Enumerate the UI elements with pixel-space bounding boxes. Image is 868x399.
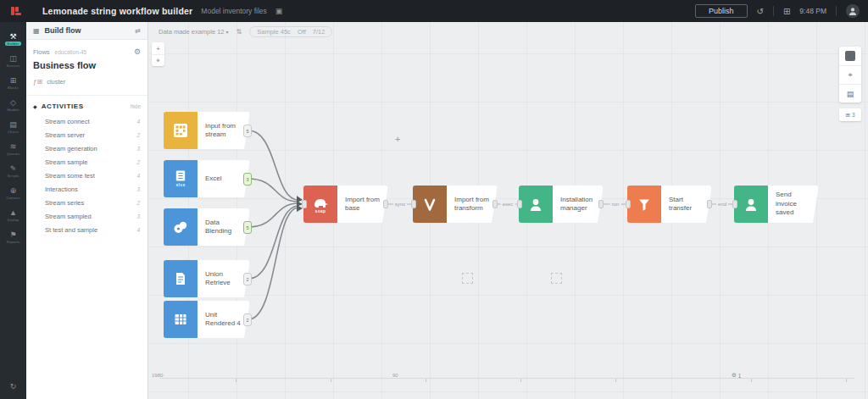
- app-logo-icon[interactable]: [10, 4, 24, 18]
- activity-item[interactable]: Stream server 2: [26, 128, 147, 141]
- blend-icon: [164, 208, 198, 246]
- rail-item-models[interactable]: ◇ Models: [0, 95, 26, 115]
- ruler-tick: [236, 379, 236, 382]
- activities-hide-link[interactable]: hide: [131, 103, 141, 109]
- node-output-port[interactable]: 5: [243, 221, 252, 234]
- ruler-settings-marker[interactable]: ⚙ 1: [732, 372, 741, 379]
- activity-item[interactable]: Stream some test 4: [26, 169, 147, 182]
- copy-link-icon[interactable]: ▣: [275, 7, 283, 15]
- node-input-port[interactable]: [517, 200, 522, 208]
- node-input-from-stream[interactable]: Input from stream: [164, 112, 250, 149]
- node-input-port[interactable]: [732, 200, 737, 208]
- node-input-port[interactable]: [302, 200, 307, 208]
- activity-label: Stream server: [45, 131, 85, 139]
- node-data-blending[interactable]: Data Blending: [164, 208, 250, 246]
- icon-caption: xlsx: [176, 182, 186, 187]
- node-union-retrieve[interactable]: Union Retrieve: [164, 260, 250, 297]
- rail-item-sources[interactable]: ◫ Sources: [0, 51, 26, 71]
- activity-item[interactable]: Stream generation 3: [26, 141, 147, 155]
- page-counter: 7/12: [313, 28, 326, 36]
- node-output-port[interactable]: [383, 200, 388, 208]
- node-import-from-transform[interactable]: Import from transform: [413, 186, 498, 223]
- document-icon: [164, 260, 198, 297]
- workflow-canvas[interactable]: Data made example 12▾ ⇅ Sample 45c Off 7…: [148, 22, 868, 399]
- rail-item-queries[interactable]: ≋ Queries: [0, 139, 26, 159]
- rail-item-label: Reports: [7, 240, 19, 244]
- rail-item-label: Blocks: [8, 86, 19, 90]
- off-label: Off: [298, 28, 306, 36]
- zoom-in-icon[interactable]: +: [152, 42, 164, 54]
- activity-label: Interactions: [45, 186, 78, 193]
- flow-icon: ▦: [33, 27, 40, 35]
- activity-item[interactable]: Stream series 2: [26, 196, 147, 209]
- activity-item[interactable]: Stream sample 2: [26, 155, 147, 169]
- activity-count: 3: [136, 213, 140, 219]
- rail-item-label: Charts: [8, 130, 19, 134]
- refresh-icon[interactable]: ↺: [757, 7, 764, 16]
- rail-item-label: Connect: [6, 196, 19, 200]
- ruler-tick: [615, 379, 616, 382]
- pixel-grid-icon: [164, 112, 198, 149]
- rail-help-button[interactable]: ↻: [0, 377, 26, 392]
- node-installation-manager[interactable]: Installation manager: [519, 186, 604, 223]
- canvas-side-toolbar: ⌖ ▤: [839, 47, 861, 103]
- grid-view-icon[interactable]: ⊞: [783, 7, 790, 16]
- node-label: Data Blending: [198, 208, 250, 246]
- node-label: Start transfer: [661, 186, 712, 223]
- node-label: Input from stream: [198, 112, 250, 149]
- flow-panel: ▦ Build flow ⇄ Flows education-45 ⚙ Busi…: [26, 22, 148, 399]
- layers-button[interactable]: ▤: [839, 84, 861, 103]
- node-output-port[interactable]: [492, 200, 498, 208]
- zoom-level-box[interactable]: ⊞ 3: [839, 108, 861, 121]
- sources-icon: ◫: [9, 54, 17, 63]
- node-label: Excel: [198, 160, 250, 197]
- rail-item-deploy[interactable]: ▲ Deploy: [0, 205, 26, 225]
- app-subtitle: Model inventory files: [201, 7, 266, 15]
- locate-button[interactable]: ⌖: [839, 65, 861, 84]
- node-input-port[interactable]: [626, 200, 631, 208]
- rail-item-reports[interactable]: ⚑ Reports: [0, 227, 26, 247]
- layers-icon: ▤: [847, 90, 854, 98]
- sort-icon[interactable]: ⇅: [236, 28, 242, 36]
- node-output-port[interactable]: 2: [243, 273, 252, 285]
- panel-header: ▦ Build flow ⇄: [26, 22, 147, 40]
- scripts-icon: ✎: [10, 164, 17, 173]
- activity-label: Stream generation: [45, 145, 97, 152]
- publish-button[interactable]: Publish: [695, 4, 748, 18]
- function-icon: ƒ⊞: [33, 78, 42, 86]
- node-output-port[interactable]: [598, 200, 604, 208]
- activity-item[interactable]: Stream connect 4: [26, 114, 147, 128]
- rail-item-connect[interactable]: ⊕ Connect: [0, 183, 26, 203]
- node-import-from-base[interactable]: soap Import from base: [303, 186, 388, 223]
- rail-item-blocks[interactable]: ⊞ Blocks: [0, 73, 26, 93]
- collapse-panel-icon[interactable]: ⇄: [135, 27, 141, 35]
- node-unit-rendered[interactable]: Unit Rendered 4: [164, 301, 250, 338]
- node-send-invoice[interactable]: Send invoice saved: [734, 186, 819, 223]
- activity-item[interactable]: Interactions 3: [26, 182, 147, 196]
- target-icon[interactable]: ⌖: [152, 54, 164, 66]
- rail-item-label: Queries: [7, 152, 19, 156]
- user-avatar[interactable]: [846, 4, 860, 18]
- table-icon: [164, 301, 198, 338]
- elephant-db-icon: soap: [303, 186, 337, 223]
- cluster-chip[interactable]: ƒ⊞ cluster: [26, 70, 147, 96]
- node-output-port[interactable]: [707, 200, 712, 208]
- node-input-port[interactable]: [411, 200, 416, 208]
- rail-item-builder[interactable]: ⚒ Builder: [0, 29, 26, 49]
- rail-item-charts[interactable]: ▤ Charts: [0, 117, 26, 137]
- sample-toggle-group[interactable]: Sample 45c Off 7/12: [249, 26, 332, 37]
- node-label: Union Retrieve: [198, 260, 250, 297]
- rail-item-scripts[interactable]: ✎ Scripts: [0, 161, 26, 181]
- activity-item[interactable]: St test and sample 4: [26, 223, 147, 236]
- node-output-port[interactable]: 5: [243, 125, 252, 137]
- node-output-port[interactable]: 2: [243, 313, 252, 326]
- activity-item[interactable]: Stream sampled 3: [26, 209, 147, 223]
- node-excel[interactable]: xlsx Excel: [164, 160, 250, 197]
- node-output-port[interactable]: 3: [243, 173, 252, 186]
- flow-settings-gear-icon[interactable]: ⚙: [134, 47, 141, 56]
- edge-label: sync: [393, 202, 407, 207]
- minimap-button[interactable]: [839, 47, 861, 65]
- node-start-transfer[interactable]: Start transfer: [627, 186, 712, 223]
- ruler-mid-label: 90: [392, 373, 398, 378]
- dataset-dropdown[interactable]: Data made example 12▾: [159, 28, 229, 36]
